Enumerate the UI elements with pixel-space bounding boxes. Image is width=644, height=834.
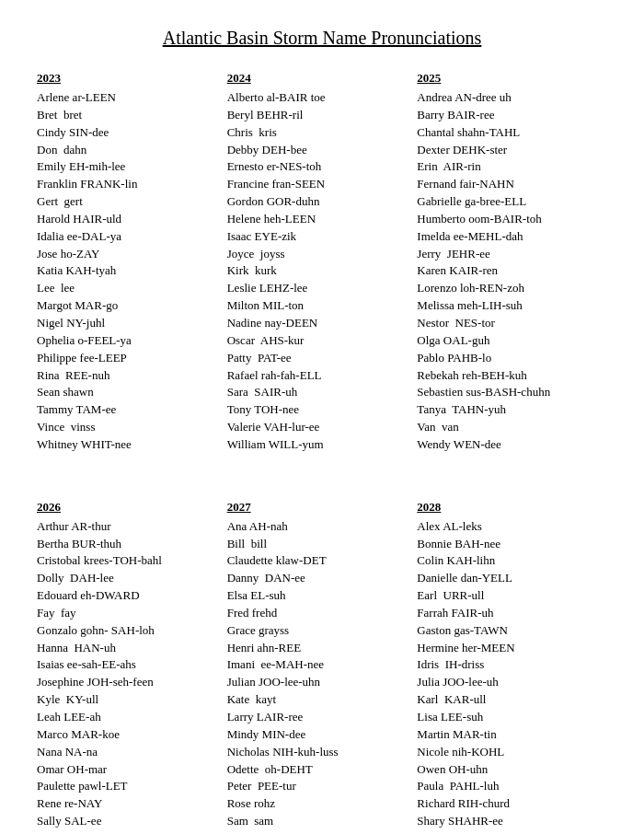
name-entry: Nadine nay-DEEN bbox=[227, 315, 408, 332]
name-entry: Erin AIR-rin bbox=[417, 158, 598, 176]
name-entry: Tammy TAM-ee bbox=[37, 401, 218, 419]
name-entry: Isaias ee-sah-EE-ahs bbox=[37, 656, 218, 674]
name-entry: Emily EH-mih-lee bbox=[37, 158, 218, 176]
name-entry: Fred frehd bbox=[227, 605, 408, 622]
name-entry: Gabrielle ga-bree-ELL bbox=[417, 193, 598, 211]
name-entry: Rina REE-nuh bbox=[37, 367, 218, 385]
name-entry: Teddy TEHD-ee bbox=[37, 830, 218, 834]
name-entry: Harold HAIR-uld bbox=[37, 211, 218, 228]
name-entry: Karl KAR-ull bbox=[417, 691, 598, 709]
name-entry: Arthur AR-thur bbox=[37, 518, 218, 536]
name-entry: Sebastien sus-BASH-chuhn bbox=[417, 384, 598, 401]
name-entry: Claudette klaw-DET bbox=[227, 552, 408, 570]
name-entry: Arlene ar-LEEN bbox=[37, 89, 218, 107]
name-entry: Don dahn bbox=[37, 142, 218, 159]
name-entry: Milton MIL-ton bbox=[227, 297, 408, 315]
name-entry: Rafael rah-fah-ELL bbox=[227, 367, 408, 385]
name-entry: Paula PAHL-luh bbox=[417, 778, 598, 795]
name-entry: Hanna HAN-uh bbox=[37, 640, 218, 657]
column-top-0: 2023Arlene ar-LEENBret bretCindy SIN-dee… bbox=[37, 71, 227, 454]
name-entry: Leah LEE-ah bbox=[37, 709, 218, 726]
section-bottom: 2026Arthur AR-thurBertha BUR-thuhCristob… bbox=[37, 500, 607, 834]
name-entry: Ana AH-nah bbox=[227, 518, 408, 536]
name-entry: Francine fran-SEEN bbox=[227, 176, 408, 193]
name-entry: Lee lee bbox=[37, 280, 218, 297]
name-entry: Cristobal krees-TOH-bahl bbox=[37, 552, 218, 570]
name-entry: Danielle dan-YELL bbox=[417, 570, 598, 587]
name-entry: Wendy WEN-dee bbox=[417, 436, 598, 454]
name-entry: Humberto oom-BAIR-toh bbox=[417, 211, 598, 228]
name-entry: Colin KAH-lihn bbox=[417, 552, 598, 570]
name-entry: Sara SAIR-uh bbox=[227, 384, 408, 401]
name-entry: Kirk kurk bbox=[227, 262, 408, 280]
name-entry: Kate kayt bbox=[227, 691, 408, 709]
name-entry: Nigel NY-juhl bbox=[37, 315, 218, 332]
name-entry: Nestor NES-tor bbox=[417, 315, 598, 332]
name-entry: Katia KAH-tyah bbox=[37, 262, 218, 280]
name-entry: Henri ahn-REE bbox=[227, 640, 408, 657]
name-entry: Farrah FAIR-uh bbox=[417, 605, 598, 622]
name-entry: Omar OH-mar bbox=[37, 761, 218, 779]
name-entry: Sean shawn bbox=[37, 384, 218, 401]
name-entry: Sam sam bbox=[227, 813, 408, 830]
name-entry: Kyle KY-ull bbox=[37, 691, 218, 709]
name-entry: Idalia ee-DAL-ya bbox=[37, 228, 218, 246]
column-top-2: 2025Andrea AN-dree uhBarry BAIR-reeChant… bbox=[417, 71, 607, 454]
name-entry: Larry LAIR-ree bbox=[227, 709, 408, 726]
name-entry: Earl URR-ull bbox=[417, 587, 598, 605]
name-entry: Beryl BEHR-ril bbox=[227, 107, 408, 124]
name-entry: Marco MAR-koe bbox=[37, 726, 218, 744]
name-entry: Nicole nih-KOHL bbox=[417, 744, 598, 761]
name-entry: Owen OH-uhn bbox=[417, 761, 598, 779]
name-entry: Odette oh-DEHT bbox=[227, 761, 408, 779]
name-entry: Alex AL-leks bbox=[417, 518, 598, 536]
name-entry: Richard RIH-churd bbox=[417, 795, 598, 813]
name-entry: Josephine JOH-seh-feen bbox=[37, 674, 218, 691]
name-entry: Tanya TAHN-yuh bbox=[417, 401, 598, 419]
name-entry: Alberto al-BAIR toe bbox=[227, 89, 408, 107]
name-entry: Imelda ee-MEHL-dah bbox=[417, 228, 598, 246]
name-entry: Hermine her-MEEN bbox=[417, 640, 598, 657]
name-entry: Gonzalo gohn- SAH-loh bbox=[37, 622, 218, 640]
name-entry: Mindy MIN-dee bbox=[227, 726, 408, 744]
name-entry: Grace grayss bbox=[227, 622, 408, 640]
name-entry: Peter PEE-tur bbox=[227, 778, 408, 795]
column-bottom-0: 2026Arthur AR-thurBertha BUR-thuhCristob… bbox=[37, 500, 227, 834]
name-entry: Idris IH-driss bbox=[417, 656, 598, 674]
name-entry: Philippe fee-LEEP bbox=[37, 350, 218, 367]
name-entry: Gert gert bbox=[37, 193, 218, 211]
name-entry: Dexter DEHK-ster bbox=[417, 142, 598, 159]
name-entry: Leslie LEHZ-lee bbox=[227, 280, 408, 297]
name-entry: Andrea AN-dree uh bbox=[417, 89, 598, 107]
name-entry: Bill bill bbox=[227, 536, 408, 553]
name-entry: Sally SAL-ee bbox=[37, 813, 218, 830]
name-entry: Rene re-NAY bbox=[37, 795, 218, 813]
name-entry: Ophelia o-FEEL-ya bbox=[37, 332, 218, 350]
column-bottom-1: 2027Ana AH-nahBill billClaudette klaw-DE… bbox=[227, 500, 418, 834]
year-header-2023: 2023 bbox=[37, 71, 218, 86]
column-bottom-2: 2028Alex AL-leksBonnie BAH-neeColin KAH-… bbox=[417, 500, 607, 834]
name-entry: Melissa meh-LIH-suh bbox=[417, 297, 598, 315]
name-entry: Oscar AHS-kur bbox=[227, 332, 408, 350]
name-entry: Rebekah reh-BEH-kuh bbox=[417, 367, 598, 385]
name-entry: Teresa tuh-REE-suh bbox=[227, 830, 408, 834]
name-entry: Cindy SIN-dee bbox=[37, 124, 218, 142]
name-entry: Chantal shahn-TAHL bbox=[417, 124, 598, 142]
name-entry: Joyce joyss bbox=[227, 246, 408, 263]
name-entry: Dolly DAH-lee bbox=[37, 570, 218, 587]
name-entry: Van van bbox=[417, 419, 598, 436]
name-entry: Nana NA-na bbox=[37, 744, 218, 761]
name-entry: Chris kris bbox=[227, 124, 408, 142]
name-entry: Karen KAIR-ren bbox=[417, 262, 598, 280]
name-entry: Helene heh-LEEN bbox=[227, 211, 408, 228]
name-entry: Nicholas NIH-kuh-luss bbox=[227, 744, 408, 761]
year-header-2027: 2027 bbox=[227, 500, 408, 515]
name-entry: Tony TOH-nee bbox=[227, 401, 408, 419]
name-entry: Paulette pawl-LET bbox=[37, 778, 218, 795]
name-entry: Elsa EL-suh bbox=[227, 587, 408, 605]
name-entry: Gordon GOR-duhn bbox=[227, 193, 408, 211]
name-entry: William WILL-yum bbox=[227, 436, 408, 454]
name-entry: Danny DAN-ee bbox=[227, 570, 408, 587]
name-entry: Bonnie BAH-nee bbox=[417, 536, 598, 553]
name-entry: Julian JOO-lee-uhn bbox=[227, 674, 408, 691]
